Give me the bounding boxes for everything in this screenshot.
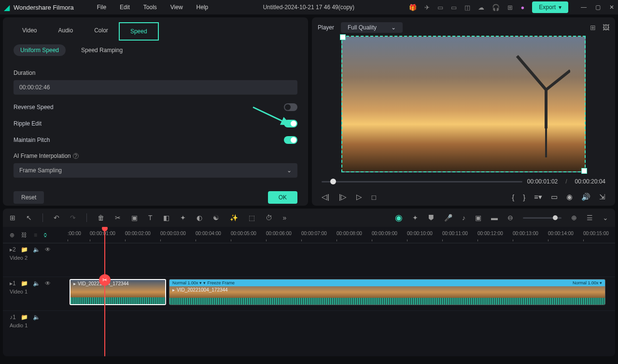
list-icon[interactable]: ☰	[587, 214, 593, 222]
menu-tools[interactable]: Tools	[143, 4, 157, 11]
cut-indicator[interactable]: ✂	[99, 274, 111, 286]
track-body-video1[interactable]: ▸VID_20221004_172344 Normal 1.00x ▾ ▾ Fr…	[66, 277, 615, 310]
scrubber[interactable]	[322, 181, 522, 182]
chevron-down-icon[interactable]: ⌄	[603, 214, 608, 222]
ai-interp-select[interactable]: Frame Sampling⌄	[14, 163, 297, 178]
ripple-edit-toggle[interactable]	[284, 120, 297, 127]
zoom-slider[interactable]	[523, 217, 562, 219]
layout-icon[interactable]: ⊞	[10, 214, 15, 222]
text-icon[interactable]: T	[148, 214, 153, 222]
folder-icon[interactable]: 📁	[21, 314, 28, 321]
zoom-in-icon[interactable]: ⊕	[571, 214, 577, 222]
undo-icon[interactable]: ↶	[54, 214, 59, 222]
tab-color[interactable]: Color	[84, 22, 119, 41]
mark-in-icon[interactable]: {	[512, 193, 514, 201]
eye-icon[interactable]: 👁	[45, 280, 51, 287]
headset-icon[interactable]: 🎧	[492, 4, 500, 11]
reverse-speed-toggle[interactable]	[284, 103, 297, 111]
mic-icon[interactable]: 🎤	[444, 214, 452, 222]
mute-icon[interactable]: 🔈	[33, 246, 40, 253]
more-icon[interactable]: »	[283, 214, 287, 222]
magnet-icon[interactable]: ⧲	[44, 232, 47, 238]
ok-button[interactable]: OK	[268, 191, 297, 204]
crop-icon[interactable]: ▣	[131, 214, 138, 222]
expand-icon[interactable]: ⇲	[599, 193, 605, 201]
track-head-video1[interactable]: ▸1 📁 🔈 👁 Video 1	[3, 277, 66, 310]
redo-icon[interactable]: ↷	[70, 214, 76, 222]
prev-frame-button[interactable]: ◁|	[322, 193, 329, 201]
duration-label: Duration	[14, 70, 297, 76]
screen-icon[interactable]: ▭	[451, 4, 457, 11]
image-icon[interactable]: 🖼	[603, 24, 609, 31]
mute-icon[interactable]: 🔈	[33, 280, 40, 287]
sparkle-icon[interactable]: ✦	[412, 214, 418, 222]
stack-icon[interactable]: ≡	[34, 232, 37, 238]
eye-icon[interactable]: 👁	[45, 246, 51, 253]
folder-icon[interactable]: 📁	[21, 280, 28, 287]
pip-icon[interactable]: ▣	[475, 214, 481, 222]
export-button[interactable]: Export▾	[532, 1, 568, 13]
keyframe-icon[interactable]: ⬚	[249, 214, 255, 222]
next-frame-button[interactable]: |▷	[339, 193, 347, 201]
time-ruler[interactable]: :00:00 00:00:01:00 00:00:02:00 00:00:03:…	[66, 227, 615, 243]
preview-canvas[interactable]	[341, 36, 586, 172]
zoom-out-icon[interactable]: ⊖	[507, 214, 513, 222]
ai-circle-icon[interactable]: ●	[520, 4, 524, 11]
send-icon[interactable]: ✈	[424, 4, 430, 11]
subtab-speed-ramping[interactable]: Speed Ramping	[74, 44, 129, 56]
close-button[interactable]: ✕	[609, 4, 614, 11]
clip-freeze[interactable]: Normal 1.00x ▾ ▾ Freeze Frame Normal 1.0…	[169, 279, 605, 305]
reset-button[interactable]: Reset	[14, 191, 44, 204]
playhead[interactable]: ✂	[104, 227, 105, 356]
link-icon[interactable]: ⛓	[21, 232, 27, 238]
cut-icon[interactable]: ✂	[115, 214, 121, 222]
delete-icon[interactable]: 🗑	[98, 214, 104, 222]
snapshot-icon[interactable]: ◉	[566, 193, 573, 201]
tab-audio[interactable]: Audio	[47, 22, 84, 41]
track-head-video2[interactable]: ▸2 📁 🔈 👁 Video 2	[3, 243, 66, 277]
quality-select[interactable]: Full Quality⌄	[341, 22, 403, 33]
music-icon[interactable]: ♪	[462, 214, 465, 222]
maintain-pitch-toggle[interactable]	[284, 136, 297, 144]
mute-icon[interactable]: 🔈	[33, 314, 40, 321]
help-icon[interactable]: ?	[73, 153, 79, 159]
maximize-button[interactable]: ▢	[595, 4, 601, 11]
clip-selected[interactable]: ▸VID_20221004_172344	[70, 279, 166, 305]
device-icon[interactable]: ▭	[437, 4, 443, 11]
minimize-button[interactable]: —	[581, 4, 587, 11]
cloud-icon[interactable]: ☁	[478, 4, 484, 11]
ai-button[interactable]: ◉	[395, 212, 403, 223]
effects-icon[interactable]: ✦	[180, 214, 186, 222]
menu-help[interactable]: Help	[197, 4, 209, 11]
track-add-icon[interactable]: ⊕	[10, 232, 14, 238]
menu-file[interactable]: File	[97, 4, 106, 11]
grid-view-icon[interactable]: ⊞	[590, 24, 596, 31]
display-icon[interactable]: ▭	[551, 193, 558, 201]
tile-icon[interactable]: ◫	[464, 4, 470, 11]
menu-edit[interactable]: Edit	[120, 4, 130, 11]
folder-icon[interactable]: 📁	[21, 246, 28, 253]
marker-icon[interactable]: ▬	[491, 214, 498, 222]
track-body-audio1[interactable]	[66, 311, 615, 332]
track-body-video2[interactable]	[66, 243, 615, 277]
volume-icon[interactable]: 🔊	[581, 193, 590, 201]
play-button[interactable]: ▷	[356, 193, 362, 201]
mark-out-icon[interactable]: }	[523, 193, 525, 201]
speed-icon[interactable]: ◐	[197, 214, 202, 222]
clip-menu-icon[interactable]: ≡▾	[534, 193, 542, 201]
gift-icon[interactable]: 🎁	[409, 4, 417, 11]
cursor-icon[interactable]: ↖	[26, 214, 32, 222]
color-icon[interactable]: ☯	[213, 214, 219, 222]
track-head-audio1[interactable]: ♪1 📁 🔈 Audio 1	[3, 311, 66, 332]
ai-enhance-icon[interactable]: ✨	[230, 214, 238, 222]
duration-input[interactable]	[14, 80, 297, 95]
mask-icon[interactable]: ◧	[163, 214, 169, 222]
menu-view[interactable]: View	[170, 4, 183, 11]
shield-icon[interactable]: ⛊	[428, 214, 435, 222]
tab-video[interactable]: Video	[12, 22, 47, 41]
stop-button[interactable]: □	[372, 193, 376, 201]
timer-icon[interactable]: ⏱	[266, 214, 272, 222]
tab-speed[interactable]: Speed	[119, 22, 159, 41]
subtab-uniform-speed[interactable]: Uniform Speed	[14, 44, 66, 56]
grid-icon[interactable]: ⊞	[507, 4, 513, 11]
